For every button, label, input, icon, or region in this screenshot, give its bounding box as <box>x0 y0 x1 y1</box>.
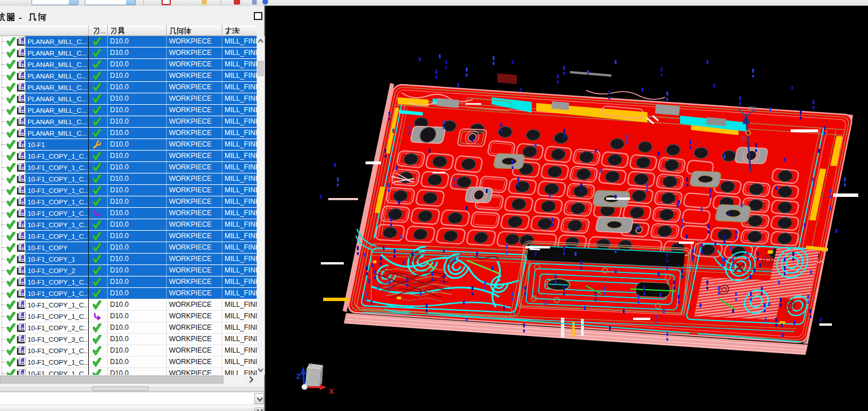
svg-text:-: - <box>19 13 22 22</box>
svg-text:ZC: ZC <box>741 136 748 141</box>
svg-text:Z: Z <box>296 372 301 381</box>
svg-text:Y: Y <box>309 362 312 367</box>
svg-text:ZM: ZM <box>748 105 756 111</box>
svg-text:...: ... <box>100 27 105 34</box>
svg-text:X: X <box>329 387 334 396</box>
